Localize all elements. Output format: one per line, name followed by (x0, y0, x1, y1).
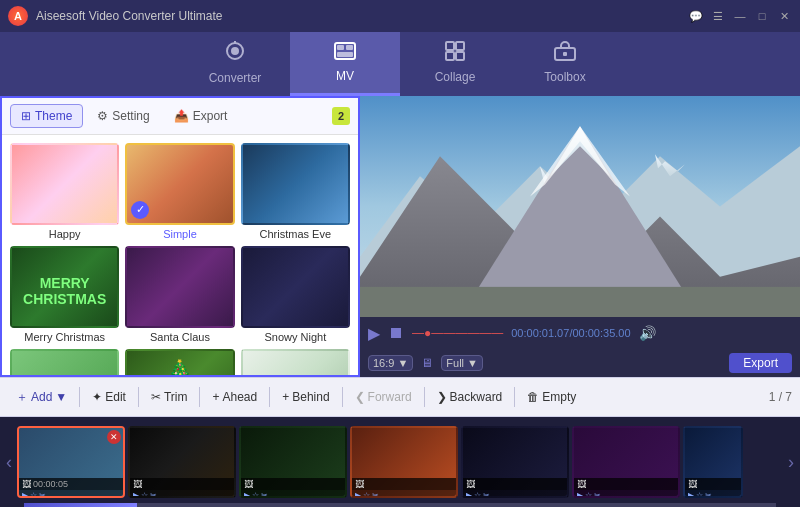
theme-item-santa-claus[interactable]: Santa Claus (125, 246, 234, 343)
aspect-ratio-select[interactable]: 16:9 ▼ (368, 355, 413, 371)
timeline-clip-2[interactable]: 🖼▶☆✂ (128, 426, 236, 498)
timeline-progress-bar (24, 503, 776, 507)
sep-6 (424, 387, 425, 407)
add-button[interactable]: ＋ Add ▼ (8, 385, 75, 410)
maximize-icon[interactable]: □ (754, 8, 770, 24)
timeline-clip-3[interactable]: 🖼▶☆✂ (239, 426, 347, 498)
backward-button[interactable]: ❯ Backward (429, 386, 511, 408)
clip-info-1: 🖼00:00:05 (19, 478, 123, 490)
sep-2 (138, 387, 139, 407)
add-label: Add (31, 390, 52, 404)
clip-bottom-icons-7: ▶☆✂ (685, 490, 741, 498)
screen-icon: 🖥 (421, 356, 433, 370)
theme-thumb-snowy-night (241, 246, 350, 328)
ahead-button[interactable]: + Ahead (204, 386, 265, 408)
timeline-progress-fill (24, 503, 137, 507)
clip-info-5: 🖼 (463, 478, 567, 490)
empty-label: Empty (542, 390, 576, 404)
subtab-export[interactable]: 📤 Export (164, 105, 238, 127)
theme-item-christmas-eve[interactable]: Christmas Eve (241, 143, 350, 240)
quality-select[interactable]: Full ▼ (441, 355, 483, 371)
trim-button[interactable]: ✂ Trim (143, 386, 196, 408)
theme-item-simple[interactable]: ✓Simple (125, 143, 234, 240)
theme-thumb-stripes-waves (10, 349, 119, 375)
edit-icon: ✦ (92, 390, 102, 404)
svg-rect-4 (337, 45, 344, 50)
theme-item-christmas-tree[interactable]: 🎄Christmas Tree (125, 349, 234, 375)
svg-rect-6 (337, 52, 353, 57)
bottom-toolbar: ＋ Add ▼ ✦ Edit ✂ Trim + Ahead + Behind ❮… (0, 377, 800, 417)
mv-icon (334, 42, 356, 65)
nav-tab-converter[interactable]: Converter (180, 32, 290, 96)
timeline-area: ‹ ✕🖼00:00:05▶☆✂🖼▶☆✂🖼▶☆✂🖼▶☆✂🖼▶☆✂🖼▶☆✂🖼▶☆✂ … (0, 417, 800, 507)
timeline-prev-arrow[interactable]: ‹ (4, 452, 14, 473)
sep-5 (342, 387, 343, 407)
converter-label: Converter (209, 71, 262, 85)
volume-seek-icon[interactable]: —●—————— (412, 326, 503, 340)
edit-button[interactable]: ✦ Edit (84, 386, 134, 408)
menu-icon[interactable]: ☰ (710, 8, 726, 24)
add-icon: ＋ (16, 389, 28, 406)
theme-item-beautiful-christmas[interactable]: Beautiful Christmas (241, 349, 350, 375)
collage-icon (445, 41, 465, 66)
timeline-clip-6[interactable]: 🖼▶☆✂ (572, 426, 680, 498)
trim-label: Trim (164, 390, 188, 404)
svg-rect-12 (563, 52, 567, 56)
clip-bottom-icons-4: ▶☆✂ (352, 490, 456, 498)
behind-button[interactable]: + Behind (274, 386, 337, 408)
theme-thumb-merry-christmas: MERRYCHRISTMAS (10, 246, 119, 328)
subtab-theme[interactable]: ⊞ Theme (10, 104, 83, 128)
aspect-bar: 16:9 ▼ 🖥 Full ▼ Export (360, 349, 800, 377)
theme-grid: Happy✓SimpleChristmas EveMERRYCHRISTMASM… (2, 135, 358, 375)
stop-button[interactable]: ⏹ (388, 324, 404, 342)
preview-area (360, 96, 800, 317)
svg-point-1 (231, 47, 239, 55)
clip-bottom-icons-2: ▶☆✂ (130, 490, 234, 498)
minimize-icon[interactable]: — (732, 8, 748, 24)
forward-button[interactable]: ❮ Forward (347, 386, 420, 408)
subtab-setting[interactable]: ⚙ Setting (87, 105, 159, 127)
theme-item-happy[interactable]: Happy (10, 143, 119, 240)
theme-grid-icon: ⊞ (21, 109, 31, 123)
empty-icon: 🗑 (527, 390, 539, 404)
theme-label-text: Theme (35, 109, 72, 123)
nav-tab-mv[interactable]: MV (290, 32, 400, 96)
play-button[interactable]: ▶ (368, 324, 380, 343)
chat-icon[interactable]: 💬 (688, 8, 704, 24)
page-indicator: 1 / 7 (769, 390, 792, 404)
close-icon[interactable]: ✕ (776, 8, 792, 24)
timeline-next-arrow[interactable]: › (786, 452, 796, 473)
forward-icon: ❮ (355, 390, 365, 404)
export-icon: 📤 (174, 109, 189, 123)
clip-info-6: 🖼 (574, 478, 678, 490)
theme-label-simple: Simple (163, 228, 197, 240)
theme-item-stripes-waves[interactable]: Stripes & Waves (10, 349, 119, 375)
volume-icon[interactable]: 🔊 (639, 325, 656, 341)
timeline-clip-4[interactable]: 🖼▶☆✂ (350, 426, 458, 498)
export-button[interactable]: Export (729, 353, 792, 373)
sep-3 (199, 387, 200, 407)
clip-remove-button[interactable]: ✕ (107, 430, 121, 444)
backward-icon: ❯ (437, 390, 447, 404)
theme-thumb-beautiful-christmas (241, 349, 350, 375)
svg-rect-9 (446, 52, 454, 60)
timeline-clip-1[interactable]: ✕🖼00:00:05▶☆✂ (17, 426, 125, 498)
clip-thumbnail-7 (685, 428, 741, 478)
clip-info-4: 🖼 (352, 478, 456, 490)
empty-button[interactable]: 🗑 Empty (519, 386, 584, 408)
timeline-clip-5[interactable]: 🖼▶☆✂ (461, 426, 569, 498)
clip-thumbnail-2 (130, 428, 234, 478)
clip-info-3: 🖼 (241, 478, 345, 490)
preview-video (360, 96, 800, 317)
nav-tab-collage[interactable]: Collage (400, 32, 510, 96)
behind-icon: + (282, 390, 289, 404)
timeline-clip-7[interactable]: 🖼▶☆✂ (683, 426, 743, 498)
svg-rect-21 (360, 287, 800, 317)
theme-item-snowy-night[interactable]: Snowy Night (241, 246, 350, 343)
nav-tab-toolbox[interactable]: Toolbox (510, 32, 620, 96)
window-controls: 💬 ☰ — □ ✕ (688, 8, 792, 24)
sep-1 (79, 387, 80, 407)
title-bar: A Aiseesoft Video Converter Ultimate 💬 ☰… (0, 0, 800, 32)
clip-thumbnail-3 (241, 428, 345, 478)
theme-item-merry-christmas[interactable]: MERRYCHRISTMASMerry Christmas (10, 246, 119, 343)
